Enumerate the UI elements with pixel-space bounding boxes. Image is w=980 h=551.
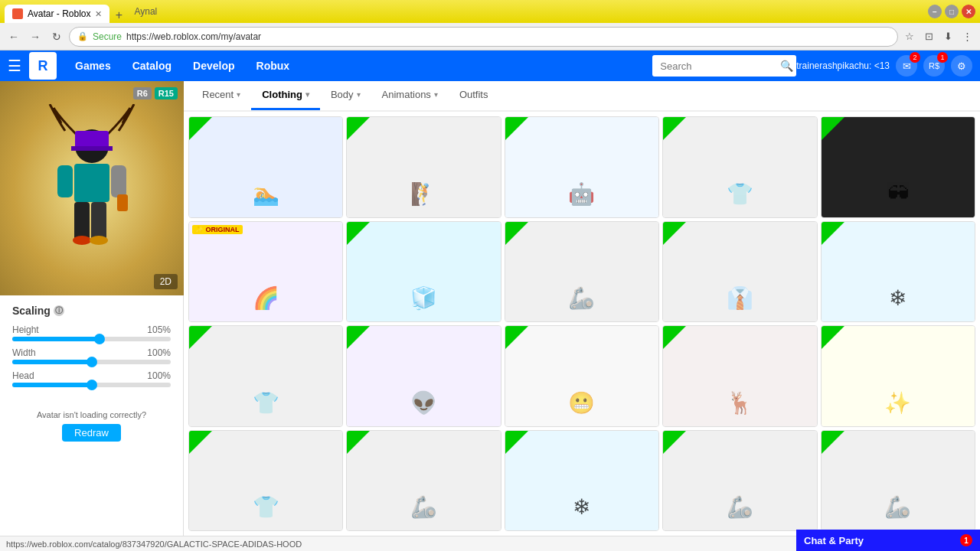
height-slider-thumb[interactable] [94,334,105,344]
item-card[interactable]: 👕 Roblox 2.0 Left ... [188,430,343,532]
bookmark-button[interactable]: ☆ [901,28,918,45]
new-tab-button[interactable]: + [109,8,128,23]
search-input[interactable] [652,55,796,77]
item-art: 🧗 [410,181,437,207]
item-image: 😬 [505,326,658,427]
message-badge: 2 [910,52,920,63]
search-button[interactable]: 🔍 [780,60,793,72]
main-content: R6 R15 [0,81,980,536]
messages-button[interactable]: ✉ 2 [896,55,917,77]
item-card[interactable]: 🕶 Snake Eyes [821,116,975,218]
new-badge [663,326,686,349]
tab-body[interactable]: Body ▾ [320,81,371,110]
reload-button[interactable]: ↻ [47,28,66,46]
scaling-label: Scaling [12,305,51,317]
height-slider-fill [12,337,100,341]
svg-rect-7 [74,202,90,240]
close-tab-button[interactable]: ✕ [95,9,102,19]
item-image: 👔 [663,222,816,323]
svg-rect-8 [91,202,106,240]
width-slider-track [12,360,171,364]
2d-button[interactable]: 2D [154,274,178,289]
browser-tab[interactable]: Avatar - Roblox ✕ [5,5,109,23]
robux-link[interactable]: Robux [246,51,301,81]
catalog-link[interactable]: Catalog [122,51,182,81]
roblox-logo[interactable]: R [29,52,57,80]
address-input[interactable]: 🔒 Secure https://web.roblox.com/my/avata… [69,27,898,47]
item-art: 🕶 [887,181,909,207]
new-badge [822,431,844,454]
navbar: ☰ R Games Catalog Develop Robux 🔍 traine… [0,51,980,81]
download-button[interactable]: ⬇ [939,28,956,45]
item-card[interactable]: 🤖 Korblox Mage T... [505,116,659,218]
new-badge [347,326,370,349]
item-card[interactable]: ✨ ORIGINAL 🌈 ORIGINAL ... [188,221,343,323]
width-slider-thumb[interactable] [87,357,97,367]
avatar-preview: R6 R15 [0,81,184,295]
height-slider-track [12,337,171,341]
item-card[interactable]: 👕 Roblox 2.0 Torso [662,116,817,218]
item-card[interactable]: 🦾 Korblox Mage R... [505,221,659,323]
minimize-button[interactable]: − [928,5,942,18]
item-card[interactable]: 🏊 Ninja Swim [188,116,343,218]
item-art: ❄ [889,285,906,311]
back-button[interactable]: ← [5,28,23,46]
item-card[interactable]: 🦾 Korblox Mage R... [821,430,975,532]
window-title-text: Aynal [128,6,928,17]
item-card[interactable]: 👔 Roblox 2.0 Righ... [662,221,817,323]
new-badge [505,431,528,454]
item-art: 🦌 [727,390,753,416]
item-image: 🏊 [189,117,342,218]
item-card[interactable]: 🧗 Ninja Climb [346,116,501,218]
tab-recent[interactable]: Recent ▾ [191,81,251,110]
chat-party-bar[interactable]: Chat & Party 1 [796,530,980,551]
item-card[interactable]: ❄ Frost Guard Ge... [505,430,659,532]
head-slider-thumb[interactable] [87,380,97,390]
item-card[interactable]: 🦾 Korblox Mage L... [662,430,817,532]
item-card[interactable]: 🧊 ICE ICE ICE ICE II... [346,221,501,323]
item-card[interactable]: 👽 Purple Alien [346,325,501,427]
item-art: 🦾 [568,285,595,311]
tab-animations-label: Animations [382,89,431,100]
tab-title: Avatar - Roblox [28,8,90,19]
settings-button[interactable]: ⚙ [951,55,972,77]
item-image: ✨ ORIGINAL 🌈 [189,222,342,323]
item-card[interactable]: ✨ □□□□Shiny G... [821,325,975,427]
item-art: 🌈 [253,285,279,311]
item-image: ✨ [822,326,975,427]
tab-clothing[interactable]: Clothing ▾ [251,81,320,110]
scaling-section: Scaling ⓘ Height 105% Width 100% [0,295,183,403]
svg-rect-1 [75,131,109,148]
close-window-button[interactable]: ✕ [962,5,975,18]
item-card[interactable]: 🦌 Starry Rune Ant... [662,325,817,427]
develop-link[interactable]: Develop [182,51,245,81]
info-icon[interactable]: ⓘ [54,305,64,316]
height-slider-row: Height 105% [12,324,171,341]
item-card[interactable]: 🦾 Roblox 2.0 Righ... [346,430,501,532]
tab-animations[interactable]: Animations ▾ [371,81,449,110]
redraw-label: Avatar isn't loading correctly? [37,410,146,419]
tab-area: Avatar - Roblox ✕ + [5,0,128,23]
robux-badge: 1 [937,52,948,63]
item-art: 🦾 [410,494,437,520]
item-card[interactable]: ❄ Frost Guard Ge... [821,221,975,323]
item-card[interactable]: 😬 Shiny Teeth [505,325,659,427]
item-art: 🦾 [727,494,753,520]
robux-button[interactable]: R$ 1 [923,55,945,77]
width-label: Width [12,347,36,358]
games-link[interactable]: Games [64,51,122,81]
width-slider-row: Width 100% [12,347,171,364]
item-card[interactable]: 👕 Roblox 2.0 Left ... [188,325,343,427]
maximize-button[interactable]: □ [945,5,959,18]
svg-rect-3 [74,164,109,202]
redraw-button[interactable]: Redraw [62,424,121,442]
item-image: ❄ [505,431,658,532]
head-value: 100% [147,370,171,381]
screenshot-button[interactable]: ⊡ [920,28,937,45]
forward-button[interactable]: → [26,28,44,46]
new-badge [505,117,528,140]
tab-outfits[interactable]: Outfits [449,81,499,110]
hamburger-button[interactable]: ☰ [8,57,21,75]
menu-button[interactable]: ⋮ [959,28,975,45]
item-image: ❄ [822,222,975,323]
